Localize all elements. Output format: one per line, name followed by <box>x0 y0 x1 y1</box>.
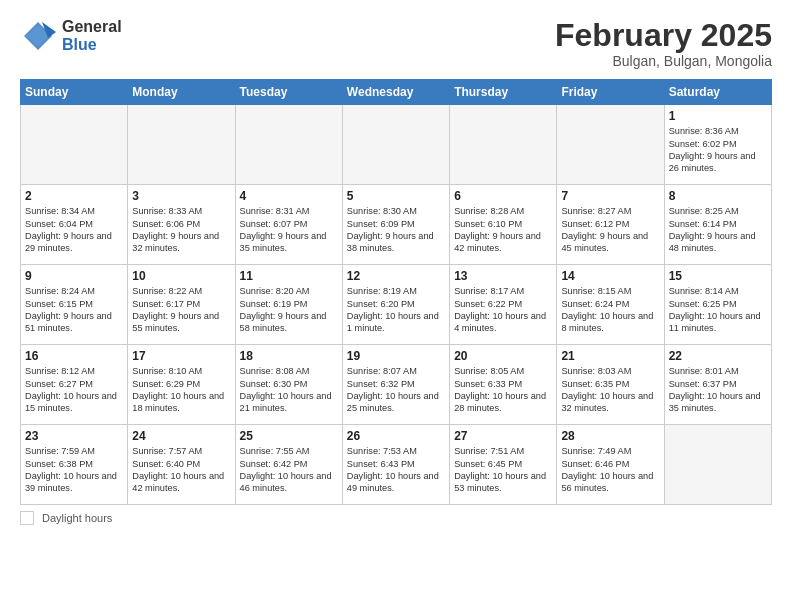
logo-general: General <box>62 18 122 36</box>
day-cell: 14Sunrise: 8:15 AM Sunset: 6:24 PM Dayli… <box>557 265 664 345</box>
col-header-friday: Friday <box>557 80 664 105</box>
day-cell: 11Sunrise: 8:20 AM Sunset: 6:19 PM Dayli… <box>235 265 342 345</box>
day-number: 18 <box>240 349 338 363</box>
day-number: 27 <box>454 429 552 443</box>
day-info: Sunrise: 8:30 AM Sunset: 6:09 PM Dayligh… <box>347 205 445 255</box>
logo-blue: Blue <box>62 36 122 54</box>
day-info: Sunrise: 8:10 AM Sunset: 6:29 PM Dayligh… <box>132 365 230 415</box>
col-header-thursday: Thursday <box>450 80 557 105</box>
day-info: Sunrise: 8:14 AM Sunset: 6:25 PM Dayligh… <box>669 285 767 335</box>
daylight-label: Daylight hours <box>42 512 112 524</box>
day-cell <box>21 105 128 185</box>
day-info: Sunrise: 7:49 AM Sunset: 6:46 PM Dayligh… <box>561 445 659 495</box>
header: General Blue February 2025 Bulgan, Bulga… <box>20 18 772 69</box>
day-info: Sunrise: 8:28 AM Sunset: 6:10 PM Dayligh… <box>454 205 552 255</box>
day-info: Sunrise: 7:57 AM Sunset: 6:40 PM Dayligh… <box>132 445 230 495</box>
day-cell: 22Sunrise: 8:01 AM Sunset: 6:37 PM Dayli… <box>664 345 771 425</box>
day-number: 17 <box>132 349 230 363</box>
day-cell: 7Sunrise: 8:27 AM Sunset: 6:12 PM Daylig… <box>557 185 664 265</box>
day-number: 8 <box>669 189 767 203</box>
day-number: 10 <box>132 269 230 283</box>
day-info: Sunrise: 8:15 AM Sunset: 6:24 PM Dayligh… <box>561 285 659 335</box>
day-info: Sunrise: 8:20 AM Sunset: 6:19 PM Dayligh… <box>240 285 338 335</box>
day-cell: 26Sunrise: 7:53 AM Sunset: 6:43 PM Dayli… <box>342 425 449 505</box>
day-cell: 21Sunrise: 8:03 AM Sunset: 6:35 PM Dayli… <box>557 345 664 425</box>
title-block: February 2025 Bulgan, Bulgan, Mongolia <box>555 18 772 69</box>
day-cell <box>235 105 342 185</box>
logo: General Blue <box>20 18 122 54</box>
calendar-footer: Daylight hours <box>20 511 772 525</box>
day-number: 22 <box>669 349 767 363</box>
day-cell: 20Sunrise: 8:05 AM Sunset: 6:33 PM Dayli… <box>450 345 557 425</box>
day-info: Sunrise: 7:55 AM Sunset: 6:42 PM Dayligh… <box>240 445 338 495</box>
logo-text: General Blue <box>62 18 122 53</box>
day-info: Sunrise: 8:34 AM Sunset: 6:04 PM Dayligh… <box>25 205 123 255</box>
day-cell: 28Sunrise: 7:49 AM Sunset: 6:46 PM Dayli… <box>557 425 664 505</box>
day-number: 7 <box>561 189 659 203</box>
week-row-5: 23Sunrise: 7:59 AM Sunset: 6:38 PM Dayli… <box>21 425 772 505</box>
day-cell: 23Sunrise: 7:59 AM Sunset: 6:38 PM Dayli… <box>21 425 128 505</box>
day-cell <box>664 425 771 505</box>
week-row-2: 2Sunrise: 8:34 AM Sunset: 6:04 PM Daylig… <box>21 185 772 265</box>
day-number: 21 <box>561 349 659 363</box>
day-number: 3 <box>132 189 230 203</box>
day-info: Sunrise: 8:36 AM Sunset: 6:02 PM Dayligh… <box>669 125 767 175</box>
day-number: 11 <box>240 269 338 283</box>
day-info: Sunrise: 8:08 AM Sunset: 6:30 PM Dayligh… <box>240 365 338 415</box>
day-number: 9 <box>25 269 123 283</box>
day-cell: 25Sunrise: 7:55 AM Sunset: 6:42 PM Dayli… <box>235 425 342 505</box>
day-number: 13 <box>454 269 552 283</box>
logo-icon <box>20 18 56 54</box>
day-number: 26 <box>347 429 445 443</box>
day-number: 25 <box>240 429 338 443</box>
calendar-table: SundayMondayTuesdayWednesdayThursdayFrid… <box>20 79 772 505</box>
week-row-3: 9Sunrise: 8:24 AM Sunset: 6:15 PM Daylig… <box>21 265 772 345</box>
col-header-sunday: Sunday <box>21 80 128 105</box>
col-header-monday: Monday <box>128 80 235 105</box>
calendar-subtitle: Bulgan, Bulgan, Mongolia <box>555 53 772 69</box>
day-number: 5 <box>347 189 445 203</box>
day-number: 6 <box>454 189 552 203</box>
day-cell <box>128 105 235 185</box>
day-cell <box>342 105 449 185</box>
day-cell: 18Sunrise: 8:08 AM Sunset: 6:30 PM Dayli… <box>235 345 342 425</box>
day-cell: 3Sunrise: 8:33 AM Sunset: 6:06 PM Daylig… <box>128 185 235 265</box>
day-number: 24 <box>132 429 230 443</box>
calendar-title: February 2025 <box>555 18 772 53</box>
day-info: Sunrise: 8:31 AM Sunset: 6:07 PM Dayligh… <box>240 205 338 255</box>
day-number: 4 <box>240 189 338 203</box>
day-cell <box>450 105 557 185</box>
day-number: 1 <box>669 109 767 123</box>
day-info: Sunrise: 8:27 AM Sunset: 6:12 PM Dayligh… <box>561 205 659 255</box>
day-number: 19 <box>347 349 445 363</box>
day-info: Sunrise: 7:51 AM Sunset: 6:45 PM Dayligh… <box>454 445 552 495</box>
day-cell: 9Sunrise: 8:24 AM Sunset: 6:15 PM Daylig… <box>21 265 128 345</box>
day-cell: 2Sunrise: 8:34 AM Sunset: 6:04 PM Daylig… <box>21 185 128 265</box>
day-number: 16 <box>25 349 123 363</box>
day-info: Sunrise: 8:17 AM Sunset: 6:22 PM Dayligh… <box>454 285 552 335</box>
day-cell: 1Sunrise: 8:36 AM Sunset: 6:02 PM Daylig… <box>664 105 771 185</box>
page: General Blue February 2025 Bulgan, Bulga… <box>0 0 792 535</box>
week-row-1: 1Sunrise: 8:36 AM Sunset: 6:02 PM Daylig… <box>21 105 772 185</box>
day-number: 14 <box>561 269 659 283</box>
week-row-4: 16Sunrise: 8:12 AM Sunset: 6:27 PM Dayli… <box>21 345 772 425</box>
day-number: 12 <box>347 269 445 283</box>
day-cell: 10Sunrise: 8:22 AM Sunset: 6:17 PM Dayli… <box>128 265 235 345</box>
day-number: 23 <box>25 429 123 443</box>
day-cell: 4Sunrise: 8:31 AM Sunset: 6:07 PM Daylig… <box>235 185 342 265</box>
day-number: 20 <box>454 349 552 363</box>
day-cell: 27Sunrise: 7:51 AM Sunset: 6:45 PM Dayli… <box>450 425 557 505</box>
day-cell: 6Sunrise: 8:28 AM Sunset: 6:10 PM Daylig… <box>450 185 557 265</box>
day-info: Sunrise: 8:25 AM Sunset: 6:14 PM Dayligh… <box>669 205 767 255</box>
daylight-box <box>20 511 34 525</box>
day-cell: 13Sunrise: 8:17 AM Sunset: 6:22 PM Dayli… <box>450 265 557 345</box>
day-cell: 17Sunrise: 8:10 AM Sunset: 6:29 PM Dayli… <box>128 345 235 425</box>
col-header-wednesday: Wednesday <box>342 80 449 105</box>
day-cell: 12Sunrise: 8:19 AM Sunset: 6:20 PM Dayli… <box>342 265 449 345</box>
day-info: Sunrise: 8:33 AM Sunset: 6:06 PM Dayligh… <box>132 205 230 255</box>
day-info: Sunrise: 8:03 AM Sunset: 6:35 PM Dayligh… <box>561 365 659 415</box>
day-info: Sunrise: 8:24 AM Sunset: 6:15 PM Dayligh… <box>25 285 123 335</box>
day-number: 28 <box>561 429 659 443</box>
day-info: Sunrise: 8:22 AM Sunset: 6:17 PM Dayligh… <box>132 285 230 335</box>
day-info: Sunrise: 8:01 AM Sunset: 6:37 PM Dayligh… <box>669 365 767 415</box>
